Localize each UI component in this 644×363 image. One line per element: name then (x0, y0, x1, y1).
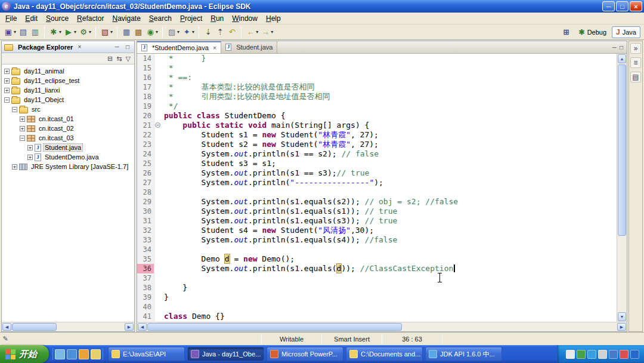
new-package-button[interactable]: ▩ (132, 26, 144, 39)
code-text[interactable]: * 基本类型:比较的就是值是否相同 (162, 82, 617, 92)
code-text[interactable]: Demo d = new Demo(); (162, 254, 617, 264)
code-text[interactable]: System.out.println(s1.equals(s1)); // tr… (162, 207, 617, 216)
expander-icon[interactable]: − (20, 136, 25, 141)
blue-tray-icon[interactable] (630, 350, 639, 359)
editor-maximize-icon[interactable]: □ (620, 44, 623, 51)
tree-item-cn-itcast-02[interactable]: +cn.itcast_02 (2, 124, 134, 133)
external-tools-button[interactable]: ⚙▾ (78, 26, 92, 39)
code-text[interactable]: System.out.println(s1.equals(s4)); //fal… (162, 235, 617, 245)
tree-item-day11-lianxi[interactable]: +day11_lianxi (2, 85, 134, 95)
minimize-button[interactable]: ─ (602, 1, 615, 11)
menu-help[interactable]: Help (262, 13, 285, 24)
expander-icon[interactable]: + (4, 69, 10, 74)
print-button[interactable]: ▥ (29, 26, 41, 39)
new-java-project-button[interactable]: ▦ (120, 26, 132, 39)
title-bar[interactable]: e Java - day11_Obejct/src/cn/itcast_03/S… (0, 0, 644, 13)
tree-item-day11-eclipse-test[interactable]: +day11_eclipse_test (2, 76, 134, 85)
maximize-button[interactable]: □ (616, 1, 628, 11)
coverage-button[interactable]: ▧▾ (99, 26, 114, 39)
expander-icon[interactable]: + (12, 164, 17, 170)
code-text[interactable]: */ (162, 101, 617, 111)
debug-button[interactable]: ✱▾ (48, 26, 63, 39)
menu-window[interactable]: Window (228, 13, 262, 24)
code-text[interactable]: } (162, 293, 617, 302)
menu-source[interactable]: Source (42, 13, 73, 24)
menu-run[interactable]: Run (206, 13, 228, 24)
code-line[interactable]: 25 Student s3 = s1; (137, 159, 617, 168)
code-text[interactable]: System.out.println(s1.equals(d)); //Clas… (162, 264, 617, 273)
code-line[interactable]: 28 (137, 187, 617, 197)
vscroll-thumb[interactable] (618, 64, 626, 236)
scroll-right-icon[interactable]: ▶ (617, 323, 626, 331)
expander-icon[interactable]: + (4, 78, 10, 84)
start-button[interactable]: 开始 (0, 345, 49, 363)
menu-project[interactable]: Project (176, 13, 206, 24)
next-annotation-button[interactable]: ⇣ (202, 26, 214, 39)
scroll-left-icon[interactable]: ◀ (138, 323, 147, 331)
code-text[interactable] (162, 273, 617, 283)
network-tray-icon[interactable] (609, 350, 618, 359)
package-explorer-header[interactable]: Package Explorer × ─ □ (2, 41, 134, 53)
tree-item-day11-animal[interactable]: +day11_animal (2, 66, 134, 76)
view-menu-icon[interactable]: ▽ (126, 55, 131, 63)
internet-explorer-icon[interactable] (67, 349, 77, 359)
code-line[interactable]: 40 (137, 302, 617, 312)
code-text[interactable]: System.out.println(s1 == s2); // false (162, 149, 617, 159)
code-text[interactable]: Student s2 = new Student("林青霞", 27); (162, 140, 617, 149)
green-tray-icon[interactable] (577, 350, 586, 359)
tree-item-day11-obejct[interactable]: −day11_Obejct (2, 95, 134, 104)
code-line[interactable]: 39} (137, 293, 617, 302)
code-line[interactable]: 34 (137, 245, 617, 254)
code-line[interactable]: 14 * } (137, 54, 617, 63)
run-button[interactable]: ▶▾ (63, 26, 78, 39)
open-perspective-button[interactable]: ⊞ (559, 26, 574, 38)
ime-indicator[interactable] (566, 350, 575, 359)
collapse-all-icon[interactable]: ⊟ (107, 55, 113, 63)
expander-icon[interactable]: + (4, 88, 10, 93)
editor-tab-student-java[interactable]: JStudent.java (221, 41, 277, 53)
menu-refactor[interactable]: Refactor (73, 13, 108, 24)
code-line[interactable]: 16 * ==: (137, 73, 617, 82)
code-line[interactable]: 35 Demo d = new Demo(); (137, 254, 617, 264)
code-line[interactable]: 36 System.out.println(s1.equals(d)); //C… (137, 264, 617, 273)
restore-views-icon[interactable]: » (630, 43, 641, 54)
previous-annotation-button[interactable]: ⇡ (214, 26, 226, 39)
code-text[interactable] (162, 302, 617, 312)
code-line[interactable]: 37 (137, 273, 617, 283)
panel-minimize-icon[interactable]: ─ (113, 44, 121, 50)
jdk-api-task-button[interactable]: JDK API 1.6.0 中... (425, 347, 502, 361)
code-text[interactable]: System.out.println(s1 == s3);// true (162, 168, 617, 178)
code-editor[interactable]: 14 * }15 * 16 * ==:17 * 基本类型:比较的就是值是否相同1… (137, 54, 617, 322)
documents-task-button[interactable]: C:\Documents and... (346, 347, 423, 361)
save-button[interactable]: ▤ (17, 26, 29, 39)
code-line[interactable]: 41class Demo {} (137, 312, 617, 321)
code-text[interactable]: } (162, 283, 617, 293)
expander-icon[interactable]: + (20, 126, 25, 131)
tree-item-src[interactable]: −src (2, 104, 134, 114)
code-line[interactable]: 31 System.out.println(s1.equals(s3)); //… (137, 216, 617, 226)
last-edit-location-button[interactable]: ↶ (226, 26, 238, 39)
declaration-view-icon[interactable]: ▤ (630, 72, 641, 82)
explorer-javase-api-button[interactable]: E:\JavaSE\API (108, 347, 185, 361)
code-line[interactable]: 29 System.out.println(s1.equals(s2)); //… (137, 197, 617, 207)
code-line[interactable]: 22 Student s1 = new Student("林青霞", 27); (137, 130, 617, 140)
scroll-up-icon[interactable]: ▲ (618, 54, 626, 63)
panel-maximize-icon[interactable]: □ (123, 44, 132, 50)
tree-item-jre-system-library-javase-1-7[interactable]: +JRE System Library [JavaSE-1.7] (2, 162, 134, 171)
code-text[interactable]: * 引用类型:比较的就是地址值是否相同 (162, 92, 617, 101)
red-tray-icon[interactable] (620, 350, 628, 359)
new-wizard-button[interactable]: ▣▾ (2, 26, 17, 39)
close-button[interactable]: × (630, 1, 642, 11)
code-text[interactable]: class Demo {} (162, 312, 617, 321)
code-line[interactable]: 24 System.out.println(s1 == s2); // fals… (137, 149, 617, 159)
media-player-icon[interactable] (79, 349, 89, 359)
forward-button[interactable]: →▾ (259, 26, 274, 39)
menu-navigate[interactable]: Navigate (108, 13, 144, 24)
tree-item-cn-itcast-01[interactable]: +cn.itcast_01 (2, 114, 134, 124)
expander-icon[interactable]: + (20, 116, 25, 122)
tree-item-cn-itcast-03[interactable]: −cn.itcast_03 (2, 133, 134, 143)
package-explorer-hscrollbar[interactable]: ◀ ▶ (2, 322, 134, 331)
menu-edit[interactable]: Edit (21, 13, 42, 24)
code-line[interactable]: 33 System.out.println(s1.equals(s4)); //… (137, 235, 617, 245)
folder-launcher-icon[interactable] (91, 349, 101, 359)
